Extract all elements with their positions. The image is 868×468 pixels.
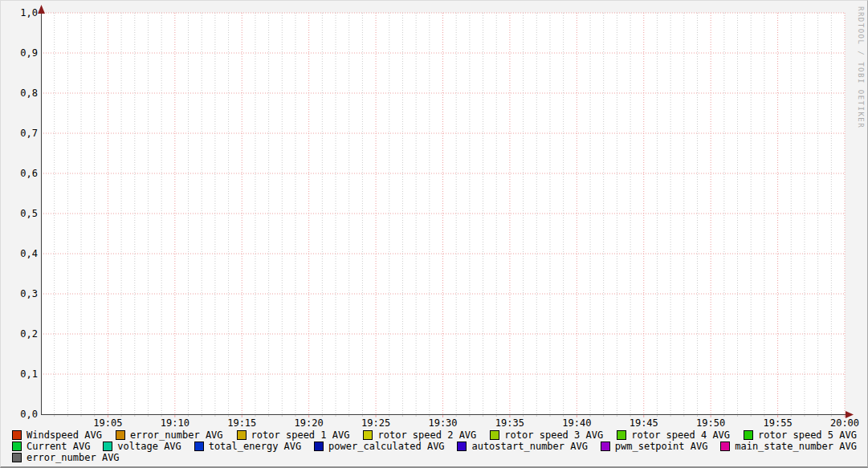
legend-swatch-icon (12, 442, 22, 451)
legend-swatch-icon (601, 442, 610, 451)
legend-swatch-icon (103, 442, 112, 451)
y-axis-tick-label: 0,0 (1, 409, 38, 420)
x-axis-tick-label: 19:25 (350, 417, 401, 429)
legend-swatch-icon (116, 430, 125, 440)
legend-swatch-icon (314, 442, 324, 451)
x-axis-tick-label: 19:35 (484, 417, 536, 429)
legend-label: pwm_setpoint AVG (615, 441, 708, 452)
legend-label: Current AVG (26, 441, 90, 452)
legend-label: rotor speed 5 AVG (758, 429, 857, 441)
y-axis-tick-label: 0,1 (1, 368, 38, 380)
legend-label: voltage AVG (117, 441, 181, 452)
legend-item: error_number AVG (116, 429, 223, 441)
legend-row: error_number AVG (1, 452, 868, 463)
y-axis-tick-label: 0,4 (1, 248, 38, 259)
legend-label: rotor speed 3 AVG (504, 429, 603, 441)
y-axis-tick-label: 0,8 (1, 87, 38, 99)
x-axis-tick-label: 19:55 (752, 417, 804, 429)
legend-label: error_number AVG (26, 452, 120, 463)
legend-swatch-icon (12, 430, 22, 440)
legend-item: voltage AVG (103, 441, 181, 452)
y-axis-tick-label: 0,2 (1, 328, 38, 340)
y-axis-tick-label: 0,7 (1, 128, 38, 139)
legend-label: Windspeed AVG (26, 429, 102, 441)
legend-item: rotor speed 3 AVG (490, 429, 603, 441)
y-axis-arrow-icon (38, 5, 45, 14)
y-axis-tick-label: 0,5 (1, 208, 38, 219)
x-axis-tick-label: 19:45 (618, 417, 670, 429)
legend-item: rotor speed 5 AVG (744, 429, 857, 441)
y-axis-tick-label: 0,9 (1, 47, 38, 59)
legend-label: rotor speed 1 AVG (251, 429, 350, 441)
legend-swatch-icon (457, 442, 467, 451)
legend-label: error_number AVG (130, 429, 223, 441)
y-axis-tick-label: 0,6 (1, 168, 38, 179)
legend-item: main_state_number AVG (720, 441, 857, 452)
legend-row: Windspeed AVGerror_number AVGrotor speed… (1, 429, 868, 441)
rrdtool-watermark: RRDTOOL / TOBI OETIKER (857, 6, 865, 128)
legend-label: rotor speed 4 AVG (631, 429, 730, 441)
legend-label: power_calculated AVG (328, 441, 445, 452)
legend-swatch-icon (720, 442, 730, 451)
legend-item: total_energy AVG (194, 441, 302, 452)
legend-item: Current AVG (12, 441, 90, 452)
x-axis-tick-label: 20:00 (819, 417, 868, 429)
x-axis-tick-label: 19:10 (149, 417, 201, 429)
legend-swatch-icon (744, 430, 753, 440)
legend-swatch-icon (363, 430, 373, 440)
legend-item: power_calculated AVG (314, 441, 445, 452)
legend-label: total_energy AVG (209, 441, 302, 452)
legend-item: Windspeed AVG (12, 429, 102, 441)
legend-swatch-icon (490, 430, 499, 440)
legend-item: rotor speed 1 AVG (237, 429, 350, 441)
y-axis-tick-label: 0,3 (1, 288, 38, 299)
legend-item: error_number AVG (12, 452, 120, 463)
legend-swatch-icon (237, 430, 247, 440)
x-axis-tick-label: 19:30 (418, 417, 469, 429)
plot-area (1, 1, 868, 468)
legend-label: autostart_number AVG (471, 441, 588, 452)
legend-item: pwm_setpoint AVG (601, 441, 708, 452)
legend-item: autostart_number AVG (457, 441, 588, 452)
y-axis-tick-label: 1,0 (1, 7, 38, 18)
x-axis-tick-label: 19:20 (283, 417, 335, 429)
legend-item: rotor speed 4 AVG (617, 429, 730, 441)
rrd-graph: 0,00,10,20,30,40,50,60,70,80,91,019:0519… (0, 0, 868, 468)
legend-swatch-icon (12, 453, 22, 462)
legend-item: rotor speed 2 AVG (363, 429, 476, 441)
x-axis-tick-label: 19:40 (551, 417, 602, 429)
legend-swatch-icon (194, 442, 204, 451)
x-axis-tick-label: 19:05 (82, 417, 133, 429)
legend-label: main_state_number AVG (735, 441, 857, 452)
legend-row: Current AVGvoltage AVGtotal_energy AVGpo… (1, 441, 868, 452)
x-axis-tick-label: 19:50 (685, 417, 736, 429)
legend-swatch-icon (617, 430, 626, 440)
legend-label: rotor speed 2 AVG (377, 429, 476, 441)
x-axis-tick-label: 19:15 (216, 417, 267, 429)
